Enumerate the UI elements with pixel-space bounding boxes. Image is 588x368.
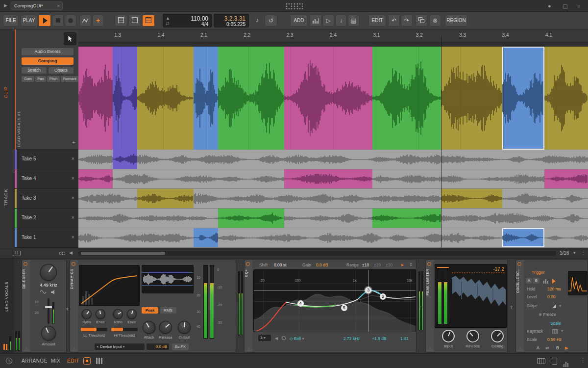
take-segment[interactable] bbox=[113, 150, 137, 169]
eq-display[interactable]: 20 100 1k 10k 4532 bbox=[253, 269, 416, 332]
rms-mode-button[interactable]: RMS bbox=[160, 307, 176, 314]
window-menu-icon[interactable]: ≡ bbox=[577, 3, 580, 9]
add-button[interactable]: ADD bbox=[290, 15, 308, 26]
take-lane[interactable] bbox=[78, 209, 588, 228]
take-segment[interactable] bbox=[502, 228, 544, 247]
play-button[interactable] bbox=[38, 15, 51, 26]
take-segment[interactable] bbox=[194, 228, 218, 247]
quantize-button[interactable]: ♪ bbox=[252, 15, 263, 26]
tempo-value[interactable]: 110.00 bbox=[191, 15, 208, 22]
take-lane[interactable] bbox=[78, 189, 588, 209]
panel-toggle-arrange-button[interactable] bbox=[115, 15, 127, 26]
chip-gain[interactable]: Gain bbox=[22, 76, 34, 82]
tab-comping[interactable]: Comping bbox=[22, 57, 74, 65]
ruler[interactable]: 1.31.42.12.22.32.43.13.23.33.44.1 bbox=[78, 29, 588, 42]
attack-knob[interactable] bbox=[140, 318, 158, 336]
region-button[interactable]: REGION bbox=[445, 15, 467, 26]
dynamics-header[interactable]: DYNAMICS ⋮ bbox=[70, 260, 78, 352]
meter-view-button[interactable] bbox=[310, 15, 321, 26]
view-mix-tab[interactable]: MIX bbox=[51, 358, 60, 364]
sibilance-icon[interactable] bbox=[40, 289, 48, 294]
playback-follow-button[interactable]: ▷ bbox=[322, 15, 334, 26]
virtual-keyboard-icon[interactable] bbox=[537, 358, 545, 364]
ab-play-icon[interactable]: ▶ bbox=[565, 345, 568, 350]
device-peak-limiter[interactable]: PEAK LIMITER ⋮ -17.2 bbox=[425, 260, 508, 353]
comp-lane[interactable] bbox=[78, 47, 588, 150]
position-display[interactable]: 3.2.3.31 0:05.225 bbox=[214, 14, 249, 27]
release-knob[interactable] bbox=[464, 327, 482, 345]
take-label-row[interactable]: Take 3× bbox=[15, 189, 78, 209]
trigger-meter-icon[interactable] bbox=[543, 279, 549, 284]
take-segment[interactable] bbox=[218, 209, 284, 228]
power-icon[interactable] bbox=[24, 262, 27, 266]
fader-thumb[interactable] bbox=[45, 306, 52, 308]
insert-device-plus-3[interactable]: + bbox=[510, 304, 513, 311]
comp-segment[interactable] bbox=[441, 47, 502, 150]
track-name-label[interactable]: LEAD VOCALS #1 bbox=[17, 103, 21, 147]
delete-button[interactable]: ⊗ bbox=[429, 15, 441, 26]
band-gain-value[interactable]: +1.8 dB bbox=[372, 336, 387, 341]
tap-tempo-icon[interactable]: ⇄ bbox=[166, 21, 170, 26]
ceiling-knob[interactable] bbox=[489, 327, 507, 345]
peak-mode-button[interactable]: Peak bbox=[142, 307, 158, 314]
options-dots-icon[interactable]: ⋮ bbox=[581, 250, 586, 255]
power-icon[interactable] bbox=[517, 262, 521, 266]
scrollbar-thumb[interactable] bbox=[81, 252, 165, 255]
keytrack-caret-icon[interactable]: ▾ bbox=[561, 328, 563, 333]
chip-formant[interactable]: Formant bbox=[61, 76, 78, 82]
sidechain-source-select[interactable]: × Device Input ▾ bbox=[95, 343, 145, 350]
level-value[interactable]: 0.00 bbox=[547, 294, 556, 299]
tab-onsets[interactable]: Onsets bbox=[49, 67, 74, 74]
delete-take-icon[interactable]: × bbox=[72, 214, 74, 220]
take-segment[interactable] bbox=[78, 169, 113, 188]
take-label-row[interactable]: Take 2× bbox=[15, 209, 78, 228]
frequency-knob[interactable] bbox=[37, 261, 60, 284]
lo-threshold-slider[interactable] bbox=[81, 328, 107, 331]
band-select[interactable]: 3 ▾ bbox=[258, 335, 271, 341]
close-tab-icon[interactable]: × bbox=[57, 2, 60, 10]
take-label-row[interactable]: Take 4× bbox=[15, 169, 78, 189]
range-30[interactable]: ±30 bbox=[386, 263, 392, 267]
chain-drag-dots-icon[interactable]: ⋮ bbox=[16, 261, 20, 265]
channel-column[interactable]: LEAD VOCALS bbox=[0, 259, 14, 354]
release-knob[interactable] bbox=[157, 318, 175, 337]
drag-handle-icon[interactable]: ⋮ bbox=[518, 346, 522, 351]
gain-value[interactable]: 0.0 dB bbox=[316, 263, 328, 267]
grid-value-label[interactable]: 1/16 bbox=[560, 250, 569, 256]
delete-take-icon[interactable]: × bbox=[72, 175, 74, 181]
take-label-row[interactable]: Take 5× bbox=[15, 150, 78, 169]
take-lane[interactable] bbox=[78, 150, 588, 169]
hi-threshold-slider[interactable] bbox=[111, 328, 138, 331]
input-knob[interactable] bbox=[440, 328, 456, 344]
eq-band-handle[interactable]: 4 bbox=[297, 300, 304, 307]
band-power-icon[interactable] bbox=[282, 336, 286, 340]
channel-pause-icon2[interactable] bbox=[6, 344, 7, 350]
scale-value[interactable]: 0.59 Hz bbox=[547, 337, 562, 342]
info-icon[interactable]: i bbox=[6, 358, 12, 364]
power-icon[interactable] bbox=[246, 262, 250, 266]
comp-segment[interactable] bbox=[137, 47, 194, 150]
position-value[interactable]: 3.2.3.31 bbox=[224, 15, 245, 22]
prev-band-icon[interactable]: ◀ bbox=[275, 336, 278, 341]
listen-icon[interactable] bbox=[50, 289, 57, 295]
range-20[interactable]: ±20 bbox=[374, 263, 381, 267]
band-freq-value[interactable]: 2.72 kHz bbox=[343, 336, 360, 341]
ab-b-button[interactable]: B bbox=[556, 345, 559, 350]
trigger-a-button[interactable]: A bbox=[526, 278, 532, 284]
chip-pan[interactable]: Pan bbox=[35, 76, 46, 82]
panel-toggle-mix-button[interactable] bbox=[128, 15, 141, 26]
power-icon[interactable] bbox=[427, 262, 431, 266]
project-tab[interactable]: CompingGUI* × bbox=[11, 1, 63, 10]
redo-button[interactable]: ↷ bbox=[401, 15, 413, 26]
undo-button[interactable]: ↶ bbox=[388, 15, 400, 26]
view-arrange-tab[interactable]: ARRANGE bbox=[22, 358, 48, 364]
track-section-label[interactable]: TRACK bbox=[3, 177, 8, 206]
threshold-fader[interactable] bbox=[48, 298, 49, 324]
de-esser-header[interactable]: DE-ESSER ⋮ bbox=[22, 260, 30, 352]
more-dots-icon[interactable]: ⋮ bbox=[580, 357, 586, 364]
comp-segment[interactable] bbox=[113, 47, 137, 150]
horizontal-scrollbar[interactable] bbox=[78, 251, 556, 256]
drag-handle-icon[interactable]: ⋮ bbox=[246, 346, 251, 351]
stop-button[interactable] bbox=[52, 15, 64, 26]
drag-dots-icon[interactable]: ⋮ bbox=[239, 263, 243, 267]
